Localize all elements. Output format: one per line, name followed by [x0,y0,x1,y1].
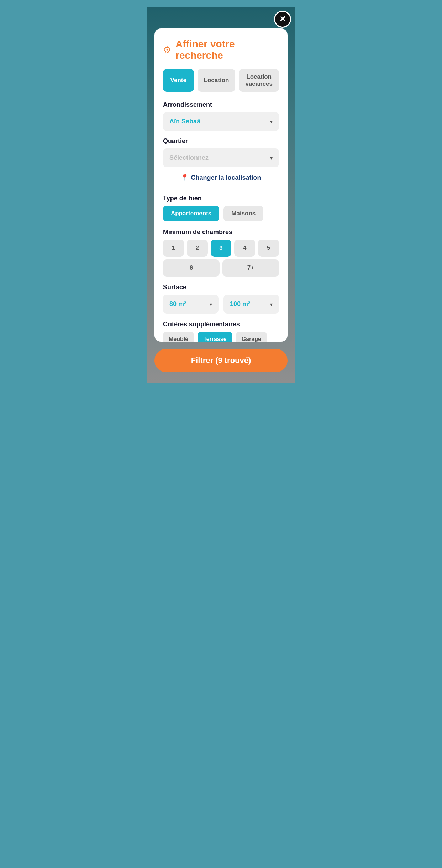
quartier-placeholder: Sélectionnez [169,154,209,162]
room-7plus[interactable]: 7+ [222,259,279,277]
surface-max-dropdown[interactable]: 100 m² ▾ [223,295,279,314]
screen-wrapper: ✕ ⚙ Affiner votre recherche Vente Locati… [147,7,295,383]
modal-title: Affiner votre recherche [175,38,279,61]
quartier-arrow-icon: ▾ [270,155,273,161]
modal-overlay: ⚙ Affiner votre recherche Vente Location… [147,7,295,342]
close-icon: ✕ [279,15,286,23]
type-de-bien-label: Type de bien [163,195,279,202]
type-maisons[interactable]: Maisons [223,206,263,221]
quartier-label: Quartier [163,137,279,145]
criteres-group: Meublé Terrasse Garage Piscine Jardin [163,332,279,342]
room-2[interactable]: 2 [187,240,208,257]
room-3[interactable]: 3 [211,240,232,257]
critere-meuble[interactable]: Meublé [163,332,194,342]
surface-min-arrow-icon: ▾ [210,301,212,307]
modal-card: ⚙ Affiner votre recherche Vente Location… [154,28,288,342]
tab-location[interactable]: Location [198,69,236,92]
room-5[interactable]: 5 [258,240,279,257]
chambres-label: Minimum de chambres [163,228,279,236]
filter-button[interactable]: Filtrer (9 trouvé) [154,349,288,372]
arrondissement-arrow-icon: ▾ [270,119,273,125]
location-link[interactable]: 📍 Changer la localisation [163,174,279,182]
tab-location-vacances[interactable]: Location vacances [239,69,279,92]
criteres-label: Critères supplémentaires [163,321,279,328]
surface-max-arrow-icon: ▾ [270,301,273,307]
room-6[interactable]: 6 [163,259,220,277]
arrondissement-dropdown[interactable]: Aïn Sebaâ ▾ [163,112,279,131]
arrondissement-value: Aïn Sebaâ [169,118,200,125]
tab-group: Vente Location Location vacances [163,69,279,92]
room-4[interactable]: 4 [234,240,255,257]
arrondissement-label: Arrondissement [163,101,279,109]
type-de-bien-group: Appartements Maisons [163,206,279,221]
quartier-dropdown[interactable]: Sélectionnez ▾ [163,148,279,167]
chambres-group: 1 2 3 4 5 6 7+ [163,240,279,277]
surface-min-dropdown[interactable]: 80 m² ▾ [163,295,219,314]
critere-garage[interactable]: Garage [236,332,267,342]
location-link-text: Changer la localisation [191,174,261,182]
filter-footer: Filtrer (9 trouvé) [147,342,295,383]
surface-label: Surface [163,284,279,291]
type-appartements[interactable]: Appartements [163,206,219,221]
tab-vente[interactable]: Vente [163,69,194,92]
close-button[interactable]: ✕ [274,11,291,28]
critere-terrasse[interactable]: Terrasse [198,332,232,342]
surface-min-value: 80 m² [169,300,186,308]
modal-header: ⚙ Affiner votre recherche [163,38,279,61]
filter-icon: ⚙ [163,45,171,54]
room-1[interactable]: 1 [163,240,184,257]
divider [163,188,279,188]
surface-row: 80 m² ▾ 100 m² ▾ [163,295,279,314]
location-pin-icon: 📍 [181,174,189,182]
surface-max-value: 100 m² [230,300,250,308]
